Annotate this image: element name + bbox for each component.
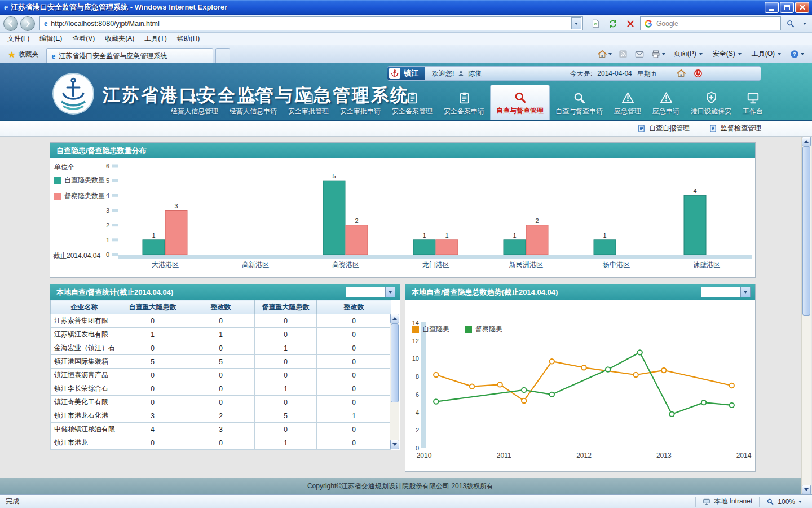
close-button[interactable] [795, 2, 809, 13]
menu-item[interactable]: 编辑(E) [34, 32, 67, 45]
table-row[interactable]: 镇江市港龙0010 [51, 436, 391, 450]
scroll-thumb[interactable] [391, 323, 399, 402]
toolbar-button[interactable]: 页面(P) [669, 47, 707, 61]
nav-item-emergency-apply[interactable]: 应急申请 [647, 87, 685, 120]
column-header: 企业名称 [51, 300, 118, 314]
search-options-button[interactable] [800, 16, 809, 30]
favorites-button[interactable]: ★ 收藏夹 [2, 47, 44, 62]
scroll-thumb[interactable] [802, 146, 810, 316]
nav-item-operator-info-apply[interactable]: 经营人信息申请 [224, 87, 283, 120]
nav-item-safety-record-apply[interactable]: 安全备案申请 [438, 87, 490, 120]
svg-text:1: 1 [152, 232, 155, 239]
clipboard-icon [457, 91, 471, 105]
menu-item[interactable]: 帮助(H) [172, 32, 205, 45]
value-cell: 1 [255, 382, 317, 396]
nav-item-safety-approval-apply[interactable]: 安全审批申请 [334, 87, 386, 120]
scroll-track[interactable] [802, 146, 811, 485]
scroll-up-button[interactable] [802, 137, 811, 146]
scroll-down-button[interactable] [390, 440, 399, 449]
new-tab-button[interactable] [215, 48, 230, 63]
zoom-control[interactable]: 100% [759, 497, 809, 507]
city-name: 镇江 [404, 68, 418, 78]
menu-item[interactable]: 工具(T) [139, 32, 171, 45]
read-mail-button[interactable] [632, 47, 647, 61]
nav-item-label: 港口设施保安 [691, 107, 731, 116]
value-cell: 0 [118, 369, 187, 382]
address-field[interactable]: e http://localhost:8080/yjpt/Main.html [39, 16, 583, 30]
legend-item: 自查隐患数量 [54, 176, 105, 185]
table-filter-combo[interactable] [346, 287, 395, 297]
help-button[interactable]: ? [787, 47, 806, 61]
forward-icon [24, 20, 32, 28]
value-cell: 0 [187, 396, 255, 409]
nav-item-safety-record-mgmt[interactable]: 安全备案管理 [386, 87, 438, 120]
refresh-button[interactable] [605, 16, 620, 30]
value-cell: 0 [187, 341, 255, 355]
home-button[interactable] [595, 47, 614, 61]
google-logo [645, 20, 652, 28]
logout-icon[interactable] [693, 68, 703, 78]
table-row[interactable]: 金海宏业（镇江）石0010 [51, 341, 391, 355]
bar-chart: 012345613大港港区高新港区52高资港区11龙门港区12新民洲港区1扬中港… [50, 158, 755, 278]
browser-tab[interactable]: e 江苏省港口安全监管与应急管理系统 [46, 48, 213, 63]
maximize-button[interactable] [780, 2, 794, 13]
menu-item[interactable]: 收藏夹(A) [100, 32, 139, 45]
address-history-button[interactable] [571, 17, 581, 29]
stop-button[interactable] [623, 16, 638, 30]
nav-item-port-facility-security[interactable]: 港口设施保安 [685, 87, 737, 120]
tab-title: 江苏省港口安全监管与应急管理系统 [59, 51, 167, 61]
toolbar-button[interactable]: 工具(O) [747, 47, 785, 61]
nav-item-self-supervision-apply[interactable]: 自查与督查申请 [550, 87, 608, 120]
nav-item-workbench[interactable]: 工作台 [737, 87, 769, 120]
home-icon[interactable] [676, 68, 686, 78]
subnav-item-supervision-check-mgmt[interactable]: 监督检查管理 [709, 124, 761, 133]
table-row[interactable]: 江苏索普集团有限0000 [51, 314, 391, 328]
scroll-up-button[interactable] [390, 314, 399, 323]
content-scrollbar[interactable] [801, 137, 811, 494]
window-titlebar: e 江苏省港口安全监管与应急管理系统 - Windows Internet Ex… [0, 0, 812, 15]
compatibility-button[interactable] [588, 16, 603, 30]
table-row[interactable]: 镇江李长荣综合石0010 [51, 382, 391, 396]
nav-item-self-supervision-mgmt[interactable]: 自查与督查管理 [490, 85, 550, 120]
value-cell: 0 [187, 314, 255, 328]
toolbar-button[interactable]: 安全(S) [708, 47, 746, 61]
table-row[interactable]: 镇江奇美化工有限0000 [51, 396, 391, 409]
table-row[interactable]: 镇江市港龙石化港3251 [51, 409, 391, 423]
legend-item: 自查隐患 [412, 325, 449, 334]
forward-button[interactable] [20, 16, 35, 31]
print-button[interactable] [648, 47, 668, 61]
scroll-down-button[interactable] [802, 485, 811, 494]
search-box[interactable]: Google [640, 16, 781, 30]
menu-item[interactable]: 文件(F) [2, 32, 34, 45]
column-header: 督查重大隐患数 [255, 300, 317, 314]
scroll-track[interactable] [390, 323, 399, 440]
dropdown-icon [608, 53, 612, 55]
table-row[interactable]: 镇江港国际集装箱5500 [51, 355, 391, 369]
table-row[interactable]: 中储粮镇江粮油有限4300 [51, 423, 391, 436]
document-icon [354, 91, 368, 105]
nav-item-safety-approval-mgmt[interactable]: 安全审批管理 [283, 87, 334, 120]
minimize-button[interactable] [765, 2, 779, 13]
nav-item-emergency-mgmt[interactable]: 应急管理 [608, 87, 647, 120]
nav-item-operator-info-mgmt[interactable]: 经营人信息管理 [165, 87, 224, 120]
date-label: 今天是: [570, 69, 592, 78]
date-note: 截止2014.04.04 [53, 251, 100, 261]
combo-dropdown-button[interactable] [385, 287, 395, 297]
back-button[interactable] [3, 16, 18, 31]
subnav-item-self-report-mgmt[interactable]: 自查自报管理 [637, 124, 690, 133]
search-button[interactable] [783, 16, 798, 30]
svg-text:3: 3 [106, 207, 109, 214]
arrow-up-icon [804, 140, 809, 143]
svg-text:1: 1 [603, 232, 606, 239]
table-row[interactable]: 江苏镇江发电有限1100 [51, 328, 391, 341]
line-filter-combo[interactable] [701, 287, 751, 297]
svg-text:6: 6 [416, 391, 419, 398]
feeds-button[interactable] [616, 47, 630, 61]
self-check-bar [594, 240, 616, 255]
combo-dropdown-button[interactable] [740, 287, 750, 297]
table-scrollbar[interactable] [390, 314, 399, 449]
magnifier-icon [572, 91, 586, 105]
menu-item[interactable]: 查看(V) [67, 32, 100, 45]
svg-text:0: 0 [106, 251, 109, 258]
table-row[interactable]: 镇江恒泰沥青产品0000 [51, 369, 391, 382]
